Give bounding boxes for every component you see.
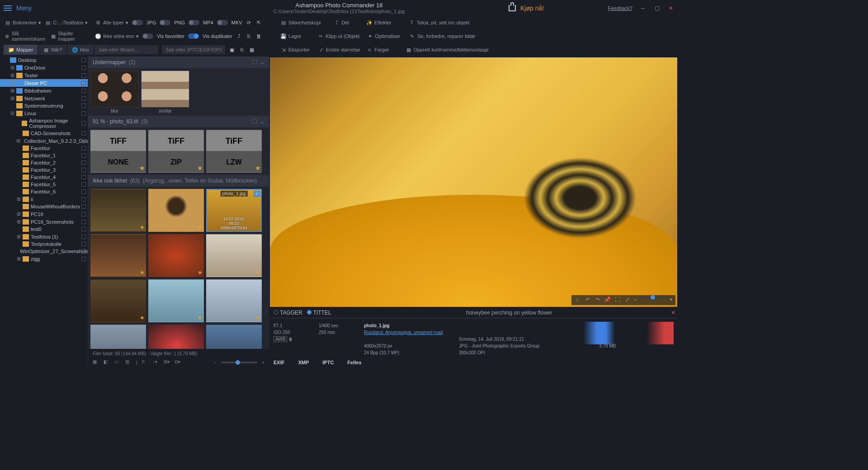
- rotate-left-icon[interactable]: ↶: [584, 296, 591, 304]
- merge-button[interactable]: ⊕Slå sammen/skann: [5, 31, 47, 42]
- tree-item[interactable]: ⊞ii: [0, 195, 88, 203]
- tree-item[interactable]: ⊞Testfotos (1): [0, 233, 88, 240]
- fit-icon[interactable]: ⛶: [614, 296, 621, 304]
- bookmarks-dropdown[interactable]: ▤Bokmerker ▾: [5, 19, 41, 26]
- thumb[interactable]: [148, 324, 204, 349]
- tree-item[interactable]: ⊞PC18_Screenshots: [0, 218, 88, 226]
- rotate-right-icon[interactable]: ↷: [594, 296, 601, 304]
- tab-felles[interactable]: Felles: [347, 360, 361, 365]
- tree-item[interactable]: Faceblur_2: [0, 159, 88, 166]
- tittel-radio[interactable]: TITTEL: [307, 310, 331, 316]
- action-icon-2[interactable]: ⎘: [239, 47, 245, 53]
- hidden-folders-button[interactable]: ▦Skjulte mapper: [51, 31, 86, 42]
- breadcrumb-dropdown[interactable]: ▤C:...\Testfotos ▾: [45, 19, 88, 26]
- thumb[interactable]: ★: [90, 234, 146, 277]
- export-button[interactable]: ⇲Eksporter: [280, 47, 310, 53]
- copy-icon[interactable]: ⎘: [246, 33, 252, 39]
- thumb[interactable]: ★: [206, 234, 262, 277]
- thumb[interactable]: ★: [148, 279, 204, 322]
- resize-button[interactable]: ⤢Endre størrelse: [318, 47, 360, 53]
- tree-item[interactable]: MouseWithoutBorders: [0, 203, 88, 210]
- buy-now-link[interactable]: Kjøp nå!: [520, 5, 544, 12]
- fullscreen-icon[interactable]: ⤢: [624, 296, 631, 304]
- meta-location-link[interactable]: Russland, Агрогородок, unnamed road: [364, 330, 454, 335]
- zoom-slider[interactable]: [640, 296, 667, 298]
- feedback-link[interactable]: Feedback?: [608, 5, 632, 11]
- thumb[interactable]: TiFFLZW★: [206, 130, 262, 173]
- folder-thumb-similar[interactable]: similar: [141, 70, 189, 108]
- folder-thumb-blur[interactable]: blur: [90, 70, 139, 108]
- search-metadata[interactable]: [162, 45, 225, 54]
- mkv-toggle[interactable]: [217, 20, 228, 25]
- optimize-button[interactable]: ✦Optimaliser: [367, 33, 400, 39]
- thumb[interactable]: ★: [148, 234, 204, 277]
- grid-icon[interactable]: ⊞▾: [164, 359, 170, 366]
- tree-item[interactable]: Systemsteuerung: [0, 102, 88, 109]
- group-notsimilar-header[interactable]: Ikke nok likhet (63) (Argorog...onien, T…: [88, 175, 269, 187]
- tree-item[interactable]: Faceblur_4: [0, 174, 88, 181]
- copy-icon[interactable]: ⎘: [142, 359, 148, 366]
- delete-icon[interactable]: 🗑: [256, 33, 262, 39]
- collapse-icon[interactable]: ⇱: [256, 19, 262, 26]
- maximize-button[interactable]: ▢: [653, 5, 660, 12]
- action-icon-1[interactable]: ▣: [229, 47, 235, 53]
- group-91-header[interactable]: 91 % - photo_63.tif (3) ⌄: [88, 116, 269, 127]
- thumb[interactable]: [90, 324, 146, 349]
- duplicates-toggle[interactable]: [188, 33, 199, 39]
- view-icon[interactable]: ▦: [93, 359, 99, 366]
- action-icon-3[interactable]: ▦: [249, 47, 255, 53]
- tree-item[interactable]: CAD-Screenshots: [0, 130, 88, 137]
- thumb[interactable]: ★: [206, 279, 262, 322]
- tree-item[interactable]: ⊞OneDrive: [0, 64, 88, 71]
- tab-when[interactable]: ▦Når?: [38, 45, 66, 55]
- thumb[interactable]: [206, 324, 262, 349]
- thumb[interactable]: TiFFNONE★: [90, 130, 146, 173]
- star-icon[interactable]: ☆: [574, 296, 581, 304]
- minimize-button[interactable]: ─: [639, 5, 646, 12]
- cut-button[interactable]: ✂Klipp ut (Objekt: [317, 33, 359, 39]
- cart-icon[interactable]: [509, 5, 516, 11]
- tree-item[interactable]: ⊞PC18: [0, 210, 88, 218]
- backup-button[interactable]: ▤Sikkerhetskopi: [280, 19, 321, 26]
- tab-iptc[interactable]: IPTC: [322, 360, 334, 365]
- colors-button[interactable]: ≡Farger: [366, 47, 389, 53]
- tree-item[interactable]: Ashampoo Image Compressor: [0, 117, 88, 130]
- grid-icon[interactable]: ⊟▾: [175, 359, 181, 366]
- search-filename[interactable]: [95, 45, 158, 54]
- tree-item[interactable]: ⊞Netzwerk: [0, 94, 88, 102]
- tree-item[interactable]: ⊞Tester: [0, 71, 88, 79]
- save-button[interactable]: 💾Lagre: [280, 33, 301, 39]
- tree-item[interactable]: Faceblur: [0, 145, 88, 152]
- thumb-selected[interactable]: photo_1.jpg 14.07.2019, 09:214000x2670x2…: [206, 189, 262, 232]
- jpg-toggle[interactable]: [132, 20, 143, 25]
- menu-label[interactable]: Meny: [16, 5, 32, 12]
- tab-folders[interactable]: 📁Mapper: [4, 45, 38, 55]
- tab-exif[interactable]: EXIF: [274, 360, 284, 365]
- tree-item[interactable]: Faceblur_1: [0, 152, 88, 159]
- tree-item[interactable]: test0: [0, 226, 88, 233]
- tab-xmp[interactable]: XMP: [298, 360, 309, 365]
- effects-button[interactable]: ✨Effekter: [366, 19, 392, 26]
- tree-item[interactable]: ⊞Bibliotheken: [0, 87, 88, 94]
- tree-item[interactable]: Faceblur_6: [0, 188, 88, 195]
- refresh-icon[interactable]: ⟳: [246, 19, 252, 26]
- share-button[interactable]: ⤴Del: [334, 19, 349, 26]
- view-icon[interactable]: ▭: [114, 359, 121, 366]
- group-subfolders-header[interactable]: Undermapper (2) ⌄: [88, 56, 269, 68]
- thumb[interactable]: TiFFZIP★: [148, 130, 204, 173]
- tagger-radio[interactable]: TAGGER: [274, 310, 302, 316]
- text-button[interactable]: TTekst, pil, sett inn objekt: [409, 19, 470, 26]
- filetypes-dropdown[interactable]: ⚙Alle typer ▾: [95, 19, 128, 26]
- tree-item[interactable]: Faceblur_3: [0, 166, 88, 174]
- tree-item[interactable]: Textprotokolle: [0, 240, 88, 248]
- thumb-size-slider[interactable]: [221, 362, 257, 363]
- thumb[interactable]: ★: [148, 189, 204, 232]
- sort-icon[interactable]: ↕▾: [153, 359, 159, 366]
- tab-where[interactable]: 🌐Hvo: [67, 45, 94, 55]
- tree-item[interactable]: ⊞Collection_Man_0.3.2.0_Debug_Test: [0, 137, 88, 145]
- date-filter-dropdown[interactable]: 🕐Ikke eldre enn ▾: [95, 33, 139, 39]
- create-button[interactable]: ▦Opprett kort/ramme/bildemontasje: [406, 47, 489, 53]
- mp4-toggle[interactable]: [189, 20, 199, 25]
- thumb[interactable]: ★: [90, 189, 146, 232]
- image-preview[interactable]: ☆ ↶ ↷ 📌 ⛶ ⤢ −+: [270, 57, 677, 307]
